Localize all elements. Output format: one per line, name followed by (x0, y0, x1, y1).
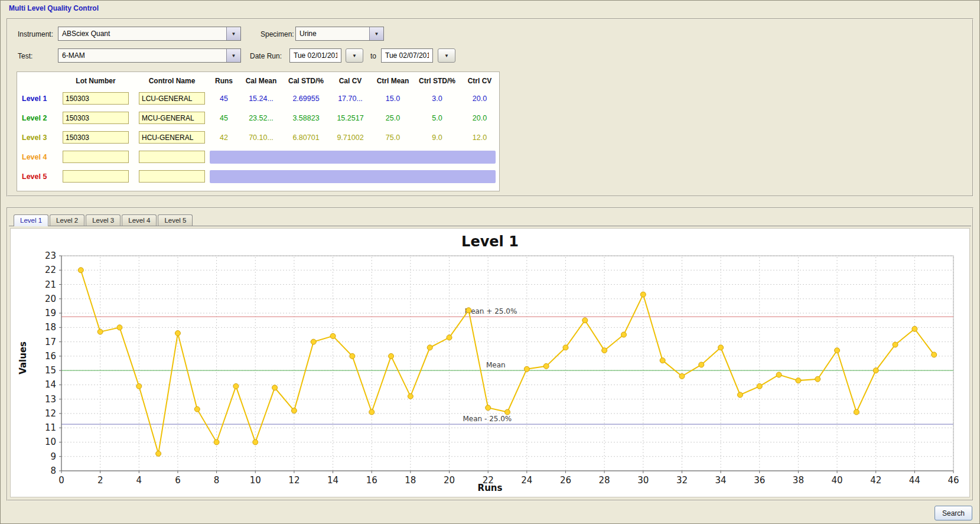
svg-text:16: 16 (45, 351, 56, 362)
level-label: Level 5 (17, 173, 56, 181)
svg-text:18: 18 (45, 322, 56, 333)
col-header-runs: Runs (209, 77, 239, 85)
table-row-level-2: Level 2 45 23.52... 3.58823 15.2517 25.0… (17, 108, 499, 128)
svg-text:9: 9 (50, 451, 56, 462)
control-name-input[interactable] (139, 131, 205, 144)
svg-text:Mean - 25.0%: Mean - 25.0% (463, 415, 512, 423)
svg-text:17: 17 (45, 337, 56, 347)
col-header-ctrl-std: Ctrl STD/% (414, 77, 460, 85)
cal-std-value: 3.58823 (283, 114, 329, 122)
col-header-control-name: Control Name (135, 77, 209, 85)
control-name-input[interactable] (139, 92, 205, 105)
levey-jennings-plot: Mean + 25.0%MeanMean - 25.0%024681012141… (12, 251, 969, 494)
svg-text:21: 21 (45, 279, 56, 290)
cal-mean-value: 15.24... (239, 95, 283, 103)
col-header-ctrl-cv: Ctrl CV (460, 77, 499, 85)
runs-value: 45 (209, 95, 239, 103)
col-header-cal-mean: Cal Mean (239, 77, 283, 85)
ctrl-cv-value: 20.0 (460, 95, 499, 103)
instrument-label: Instrument: (18, 30, 53, 38)
lot-number-input[interactable] (63, 170, 129, 183)
levels-table-header: Lot Number Control Name Runs Cal Mean Ca… (17, 73, 499, 89)
tab-level-4[interactable]: Level 4 (122, 214, 157, 226)
date-from-picker-button[interactable]: ▼ (346, 48, 363, 63)
lot-number-input[interactable] (63, 92, 129, 105)
ctrl-mean-value: 15.0 (372, 95, 414, 103)
svg-text:Mean: Mean (486, 361, 506, 369)
svg-text:22: 22 (45, 265, 56, 275)
tab-level-5[interactable]: Level 5 (158, 214, 193, 226)
tab-level-1[interactable]: Level 1 (14, 214, 48, 226)
level-label: Level 1 (17, 95, 56, 103)
chart-title: Level 1 (11, 233, 969, 250)
runs-value: 42 (209, 134, 239, 142)
control-name-input[interactable] (139, 170, 205, 183)
svg-text:8: 8 (50, 466, 56, 476)
svg-text:10: 10 (45, 437, 56, 447)
specimen-select[interactable]: Urine ▼ (295, 27, 384, 41)
cal-cv-value: 17.70... (329, 95, 372, 103)
empty-values-band (210, 170, 496, 183)
cal-cv-value: 15.2517 (329, 114, 372, 122)
chevron-down-icon[interactable]: ▼ (226, 49, 240, 62)
svg-text:11: 11 (45, 422, 56, 433)
lot-number-input[interactable] (63, 151, 129, 163)
control-name-input[interactable] (139, 112, 205, 124)
date-to-input[interactable] (381, 48, 433, 63)
app-window: Multi Level Quality Control Instrument: … (0, 0, 980, 524)
level-label: Level 4 (17, 153, 56, 161)
chevron-down-icon[interactable]: ▼ (226, 27, 240, 40)
ctrl-std-value: 5.0 (414, 114, 460, 122)
ctrl-mean-value: 25.0 (372, 114, 414, 122)
chevron-down-icon: ▼ (444, 53, 449, 58)
svg-text:14: 14 (45, 379, 56, 390)
levels-table: Lot Number Control Name Runs Cal Mean Ca… (17, 71, 500, 191)
cal-mean-value: 70.10... (239, 134, 283, 142)
instrument-value: ABSciex Quant (58, 27, 226, 40)
svg-text:13: 13 (45, 394, 56, 405)
specimen-value: Urine (296, 27, 369, 40)
lot-number-input[interactable] (63, 131, 129, 144)
col-header-cal-cv: Cal CV (329, 77, 372, 85)
svg-text:23: 23 (45, 251, 56, 261)
runs-value: 45 (209, 114, 239, 122)
test-select[interactable]: 6-MAM ▼ (58, 48, 241, 63)
ctrl-cv-value: 20.0 (460, 114, 499, 122)
test-value: 6-MAM (58, 49, 226, 62)
tab-level-3[interactable]: Level 3 (86, 214, 121, 226)
level-label: Level 2 (17, 114, 56, 122)
col-header-cal-std: Cal STD/% (283, 77, 329, 85)
level-label: Level 3 (17, 134, 56, 142)
date-from-input[interactable] (289, 48, 341, 63)
ctrl-std-value: 9.0 (414, 134, 460, 142)
tab-level-2[interactable]: Level 2 (50, 214, 84, 226)
ctrl-cv-value: 12.0 (460, 134, 499, 142)
col-header-ctrl-mean: Ctrl Mean (372, 77, 414, 85)
ctrl-std-value: 3.0 (414, 95, 460, 103)
table-row-level-1: Level 1 45 15.24... 2.69955 17.70... 15.… (17, 89, 499, 108)
lot-number-input[interactable] (63, 112, 129, 124)
specimen-label: Specimen: (261, 30, 294, 38)
instrument-select[interactable]: ABSciex Quant ▼ (58, 27, 241, 41)
control-name-input[interactable] (139, 151, 205, 163)
chart-panel: Level 1 Level 2 Level 3 Level 4 Level 5 … (6, 207, 974, 501)
chevron-down-icon[interactable]: ▼ (369, 27, 383, 40)
to-label: to (370, 52, 376, 60)
chevron-down-icon: ▼ (352, 53, 357, 58)
chart-x-axis-label: Runs (11, 483, 969, 493)
cal-std-value: 2.69955 (283, 95, 329, 103)
level-tabs: Level 1 Level 2 Level 3 Level 4 Level 5 (9, 210, 971, 226)
qc-chart: Level 1 Values Mean + 25.0%MeanMean - 25… (10, 228, 970, 497)
date-to-picker-button[interactable]: ▼ (438, 48, 455, 63)
table-row-level-4: Level 4 (17, 147, 499, 167)
empty-values-band (210, 151, 496, 164)
search-button[interactable]: Search (935, 506, 972, 520)
svg-text:Mean + 25.0%: Mean + 25.0% (465, 307, 517, 315)
bottom-bar: Search (935, 506, 972, 520)
test-label: Test: (18, 52, 32, 60)
svg-text:12: 12 (45, 408, 56, 419)
cal-std-value: 6.80701 (283, 134, 329, 142)
ctrl-mean-value: 75.0 (372, 134, 414, 142)
col-header-lot-number: Lot Number (56, 77, 135, 85)
svg-text:15: 15 (45, 365, 56, 376)
